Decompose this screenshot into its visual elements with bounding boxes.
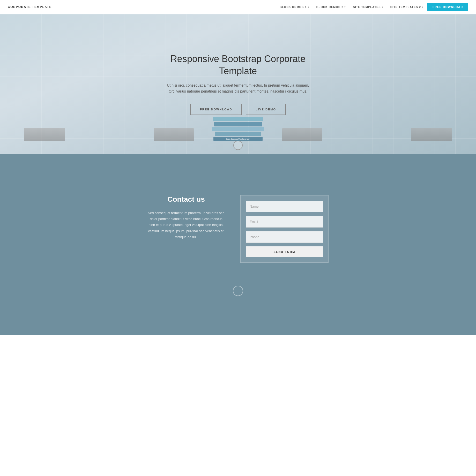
decor-sofa-3 xyxy=(282,128,322,141)
brand-logo: CORPORATE TEMPLATE xyxy=(8,5,52,9)
contact-description: Sed consequat fermentum pharetra. In vel… xyxy=(147,210,225,240)
hero-demo-button[interactable]: LIVE DEMO xyxy=(246,104,286,115)
send-form-button[interactable]: SEND FORM xyxy=(246,246,323,257)
bottom-section xyxy=(0,304,476,335)
hero-buttons: FREE DOWNLOAD LIVE DEMO xyxy=(166,104,310,115)
name-input[interactable] xyxy=(246,201,323,212)
nav-link-site-templates[interactable]: SITE TEMPLATES ▾ xyxy=(350,3,386,11)
nav-menu: BLOCK DEMOS 1 ▾ BLOCK DEMOS 2 ▾ SITE TEM… xyxy=(277,3,468,11)
contact-form: SEND FORM xyxy=(240,195,329,263)
book-2 xyxy=(214,122,262,126)
hero-download-button[interactable]: FREE DOWNLOAD xyxy=(190,104,242,115)
nav-item-block-demos-2[interactable]: BLOCK DEMOS 2 ▾ xyxy=(313,3,349,11)
nav-link-block-demos-1[interactable]: BLOCK DEMOS 1 ▾ xyxy=(277,3,312,11)
decor-sofa-4 xyxy=(411,128,452,141)
contact-scroll-button[interactable]: ↓ xyxy=(233,286,243,296)
decor-sofa-2 xyxy=(154,128,194,141)
nav-item-cta[interactable]: FREE DOWNLOAD xyxy=(427,3,468,11)
decor-sofa-1 xyxy=(24,128,65,141)
book-4 xyxy=(215,132,261,136)
books-stack: Great Escapes Mediterranean xyxy=(212,117,264,141)
chevron-down-icon: ▾ xyxy=(308,6,309,8)
contact-inner: Contact us Sed consequat fermentum phare… xyxy=(147,195,329,263)
navbar: CORPORATE TEMPLATE BLOCK DEMOS 1 ▾ BLOCK… xyxy=(0,0,476,14)
nav-item-site-templates[interactable]: SITE TEMPLATES ▾ xyxy=(350,3,386,11)
hero-decoration: Great Escapes Mediterranean xyxy=(0,128,476,141)
hero-title: Responsive Bootstrap Corporate Template xyxy=(166,53,310,77)
nav-item-site-templates-2[interactable]: SITE TEMPLATES 2 ▾ xyxy=(387,3,426,11)
book-5: Great Escapes Mediterranean xyxy=(213,137,263,141)
nav-link-block-demos-2[interactable]: BLOCK DEMOS 2 ▾ xyxy=(313,3,349,11)
nav-item-block-demos-1[interactable]: BLOCK DEMOS 1 ▾ xyxy=(277,3,312,11)
hero-description: Ut nisi orci, consequat a metus ut, aliq… xyxy=(166,82,310,95)
contact-left: Contact us Sed consequat fermentum phare… xyxy=(147,195,225,240)
free-download-button[interactable]: FREE DOWNLOAD xyxy=(427,3,468,11)
book-3 xyxy=(212,127,264,131)
hero-scroll-button[interactable]: ↓ xyxy=(233,141,243,150)
email-input[interactable] xyxy=(246,216,323,228)
hero-section: Responsive Bootstrap Corporate Template … xyxy=(0,14,476,154)
chevron-down-icon: ▾ xyxy=(382,6,383,8)
hero-content: Responsive Bootstrap Corporate Template … xyxy=(160,48,316,120)
nav-link-site-templates-2[interactable]: SITE TEMPLATES 2 ▾ xyxy=(387,3,426,11)
chevron-down-icon: ▾ xyxy=(344,6,346,8)
contact-title: Contact us xyxy=(147,195,225,203)
chevron-down-icon: ▾ xyxy=(422,6,423,8)
phone-input[interactable] xyxy=(246,231,323,243)
contact-section: Contact us Sed consequat fermentum phare… xyxy=(0,154,476,304)
